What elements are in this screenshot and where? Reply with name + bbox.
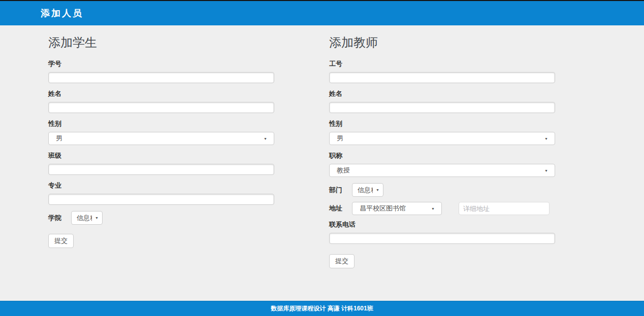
student-form-heading: 添加学生 <box>48 34 274 51</box>
student-college-row: 学院 信息科 ▼ <box>48 211 274 225</box>
student-college-value: 信息科 <box>77 214 92 223</box>
teacher-department-row: 部门 信息科 ▼ <box>329 183 555 197</box>
teacher-title-value: 教授 <box>337 166 350 175</box>
teacher-phone-input[interactable] <box>329 233 555 244</box>
teacher-department-value: 信息科 <box>358 186 373 195</box>
footer-bar: 数据库原理课程设计 高谦 计科1601班 <box>0 301 644 316</box>
header-bar: 添加人员 <box>0 1 644 25</box>
dropdown-arrow-icon: ▼ <box>544 169 548 172</box>
student-major-input[interactable] <box>48 194 274 205</box>
teacher-title-label: 职称 <box>329 151 555 160</box>
teacher-phone-label: 联系电话 <box>329 220 555 229</box>
teacher-employee-id-input[interactable] <box>329 72 555 83</box>
student-id-input[interactable] <box>48 72 274 83</box>
teacher-address-detail-input[interactable] <box>459 202 550 215</box>
student-name-input[interactable] <box>48 102 274 113</box>
dropdown-arrow-icon: ▼ <box>431 207 435 210</box>
teacher-employee-id-label: 工号 <box>329 59 555 68</box>
teacher-gender-label: 性别 <box>329 119 555 128</box>
student-class-input[interactable] <box>48 164 274 175</box>
student-class-label: 班级 <box>48 151 274 160</box>
student-id-label: 学号 <box>48 59 274 68</box>
teacher-name-label: 姓名 <box>329 89 555 98</box>
page-title: 添加人员 <box>41 7 83 19</box>
student-college-select[interactable]: 信息科 ▼ <box>71 211 103 225</box>
teacher-form-heading: 添加教师 <box>329 34 555 51</box>
teacher-department-label: 部门 <box>329 186 342 195</box>
teacher-address-value: 昌平校区图书馆 <box>360 204 406 213</box>
dropdown-arrow-icon: ▼ <box>376 188 379 192</box>
teacher-submit-button[interactable]: 提交 <box>329 254 355 268</box>
dropdown-arrow-icon: ▼ <box>544 137 548 141</box>
student-gender-value: 男 <box>56 134 62 143</box>
teacher-address-select[interactable]: 昌平校区图书馆 ▼ <box>352 202 442 215</box>
teacher-address-label: 地址 <box>329 204 342 213</box>
student-gender-select[interactable]: 男 ▼ <box>48 132 274 145</box>
student-submit-button[interactable]: 提交 <box>48 234 74 248</box>
teacher-address-row: 地址 昌平校区图书馆 ▼ <box>329 202 555 215</box>
dropdown-arrow-icon: ▼ <box>95 216 99 220</box>
student-major-label: 专业 <box>48 181 274 190</box>
teacher-name-input[interactable] <box>329 102 555 113</box>
teacher-title-select[interactable]: 教授 ▼ <box>329 164 555 177</box>
teacher-department-select[interactable]: 信息科 ▼ <box>352 183 383 197</box>
student-name-label: 姓名 <box>48 89 274 98</box>
footer-text: 数据库原理课程设计 高谦 计科1601班 <box>271 304 373 313</box>
dropdown-arrow-icon: ▼ <box>264 137 267 141</box>
student-college-label: 学院 <box>48 214 61 223</box>
teacher-gender-select[interactable]: 男 ▼ <box>329 132 555 145</box>
main-content: 添加学生 学号 姓名 性别 男 ▼ 班级 专业 学院 信息科 ▼ 提交 添加教师… <box>0 25 644 301</box>
teacher-gender-value: 男 <box>337 134 343 143</box>
teacher-form: 添加教师 工号 姓名 性别 男 ▼ 职称 教授 ▼ 部门 信息科 ▼ 地址 昌平… <box>329 25 555 301</box>
student-gender-label: 性别 <box>48 119 274 128</box>
student-form: 添加学生 学号 姓名 性别 男 ▼ 班级 专业 学院 信息科 ▼ 提交 <box>48 25 274 301</box>
